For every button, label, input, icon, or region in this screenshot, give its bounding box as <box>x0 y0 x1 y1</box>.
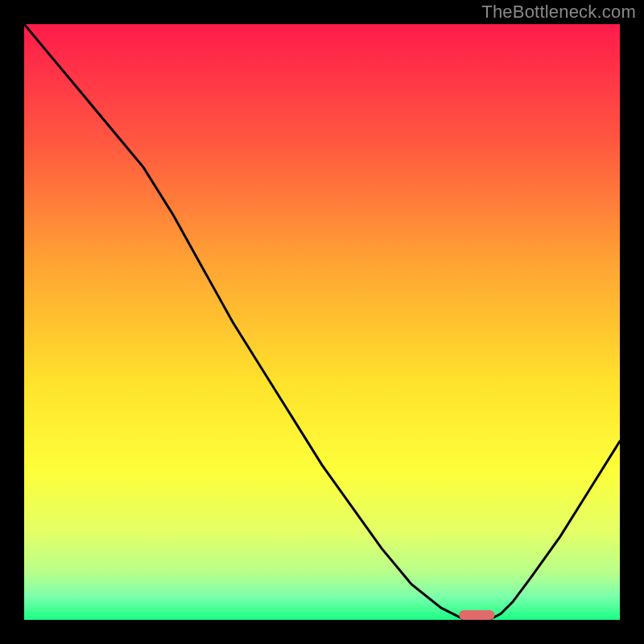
chart-frame: TheBottleneck.com <box>0 0 644 644</box>
watermark-text: TheBottleneck.com <box>481 2 636 23</box>
gradient-background <box>24 24 620 620</box>
optimal-marker <box>459 610 494 620</box>
plot-svg <box>24 24 620 620</box>
bottleneck-plot <box>24 24 620 620</box>
